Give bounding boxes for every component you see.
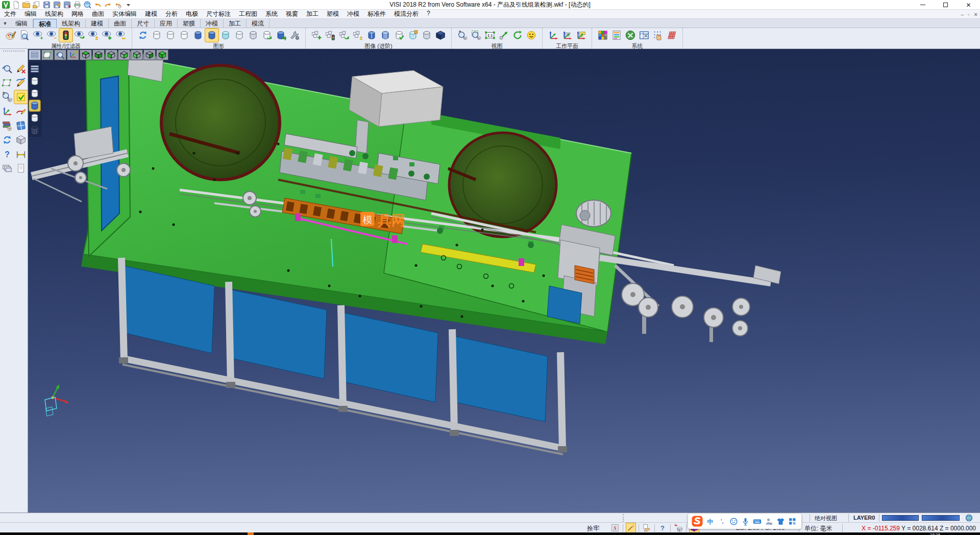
- new-file-icon[interactable]: [12, 1, 20, 9]
- visi-logo[interactable]: [2, 1, 10, 9]
- solids-add-icon[interactable]: [310, 29, 323, 42]
- tab-overflow-caret[interactable]: ▼: [0, 19, 10, 28]
- layer-white-icon[interactable]: [233, 29, 246, 42]
- ribbon-tab-曲面[interactable]: 曲面: [109, 19, 132, 28]
- snap-cube-icon[interactable]: [674, 523, 683, 532]
- edit-curve-icon[interactable]: [14, 76, 28, 89]
- attribute-painter-icon[interactable]: [4, 29, 17, 42]
- pick-hand-icon[interactable]: [642, 523, 651, 532]
- zoom-in-out-icon[interactable]: ±: [456, 29, 469, 42]
- close-button[interactable]: ✕: [957, 0, 980, 10]
- layer-copy-icon[interactable]: [274, 29, 287, 42]
- menu-item-7[interactable]: 建模: [141, 10, 161, 18]
- save-icon[interactable]: [42, 1, 51, 9]
- workplane-align-icon[interactable]: [574, 29, 587, 42]
- toggle-visibility-icon[interactable]: ±: [87, 29, 100, 42]
- ime-voice-icon[interactable]: [741, 517, 750, 526]
- notes-icon[interactable]: [14, 162, 28, 175]
- wire-cylinder-icon[interactable]: [420, 29, 433, 42]
- layer-active-icon[interactable]: [29, 100, 40, 111]
- menu-item-4[interactable]: 网格: [67, 10, 88, 18]
- menu-item-11[interactable]: 工程图: [235, 10, 261, 18]
- mdi-restore-button[interactable]: ▫: [968, 12, 970, 17]
- graphics-tools-icon[interactable]: [288, 29, 301, 42]
- view-iso-icon[interactable]: [156, 50, 168, 60]
- ribbon-tab-塑膜[interactable]: 塑膜: [178, 19, 201, 28]
- print-icon[interactable]: [73, 1, 82, 9]
- menu-item-19[interactable]: ?: [423, 10, 434, 18]
- solids-traffic-icon[interactable]: [324, 29, 337, 42]
- zoom-solid-icon[interactable]: ±: [1, 90, 14, 104]
- ime-toolbox-icon[interactable]: [788, 517, 797, 526]
- verified-cylinder-icon[interactable]: [393, 29, 406, 42]
- toolbar-drag-handle[interactable]: [3, 51, 24, 55]
- grid-settings-icon[interactable]: [665, 29, 678, 42]
- menu-item-15[interactable]: 塑模: [323, 10, 343, 18]
- selection-grid-icon[interactable]: [651, 29, 665, 42]
- menu-item-9[interactable]: 电极: [182, 10, 202, 18]
- ribbon-tab-加工[interactable]: 加工: [224, 19, 247, 28]
- materials-library-icon[interactable]: [1, 119, 14, 132]
- ime-punctuation-icon[interactable]: ’,: [717, 517, 727, 526]
- layer-list-icon[interactable]: [29, 63, 40, 75]
- plane-select-icon[interactable]: [1, 76, 14, 89]
- render-mode-icon[interactable]: [525, 29, 538, 42]
- regen-graphics-icon[interactable]: [136, 29, 150, 42]
- ime-chinese-icon[interactable]: 中: [705, 517, 715, 526]
- system-settings-icon[interactable]: [610, 29, 623, 42]
- layer-cyan-icon[interactable]: [219, 29, 232, 42]
- viewport-3d[interactable]: 模 具网: [28, 49, 980, 513]
- ribbon-tab-模流[interactable]: 模流: [247, 19, 270, 28]
- confirm-checkbox-icon[interactable]: [14, 90, 28, 104]
- layer-filled-icon[interactable]: [191, 29, 205, 42]
- ime-keyboard-icon[interactable]: [752, 517, 762, 526]
- history-icon[interactable]: [114, 1, 122, 9]
- hide-entities-icon[interactable]: −: [45, 29, 59, 42]
- spline-edit-icon[interactable]: [14, 105, 28, 118]
- mdi-close-button[interactable]: ✕: [974, 12, 978, 17]
- restore-button[interactable]: [934, 0, 957, 10]
- ime-emoji-icon[interactable]: [729, 517, 739, 526]
- window-panel-icon[interactable]: [14, 119, 28, 132]
- taskbar-app-indicator[interactable]: [248, 532, 254, 535]
- menu-item-12[interactable]: 系统: [261, 10, 282, 18]
- view-back-icon[interactable]: [143, 50, 156, 60]
- toolbar-options-caret[interactable]: [124, 1, 133, 9]
- view-filter-icon[interactable]: [1, 62, 14, 75]
- layer-wireframe-icon[interactable]: [247, 29, 260, 42]
- workplane-xyz-icon[interactable]: [547, 29, 560, 42]
- open-recent-icon[interactable]: [32, 1, 41, 9]
- color-grid-icon[interactable]: [596, 29, 609, 42]
- layer-c-icon[interactable]: [29, 112, 40, 124]
- view-dynamic-icon[interactable]: [54, 50, 66, 60]
- system-tools-icon[interactable]: [624, 29, 637, 42]
- ime-skin-icon[interactable]: [776, 517, 786, 526]
- ribbon-tab-编辑[interactable]: 编辑: [10, 19, 33, 28]
- layer-wire-icon[interactable]: [29, 125, 40, 136]
- menu-item-16[interactable]: 冲模: [343, 10, 363, 18]
- ribbon-tab-尺寸[interactable]: 尺寸: [132, 19, 155, 28]
- delete-sketch-icon[interactable]: [14, 62, 28, 75]
- layer-color-swatch-1[interactable]: [882, 515, 919, 521]
- solid-view-icon[interactable]: [14, 133, 28, 147]
- open-file-icon[interactable]: [22, 1, 31, 9]
- ribbon-tab-线架构[interactable]: 线架构: [57, 19, 86, 28]
- menu-item-6[interactable]: 实体编辑: [108, 10, 141, 18]
- striped-cylinder-icon[interactable]: [379, 29, 392, 42]
- sogou-logo-icon[interactable]: [691, 515, 703, 527]
- minimize-button[interactable]: [911, 0, 934, 10]
- menu-item-5[interactable]: 曲面: [88, 10, 108, 18]
- solids-toggle-icon[interactable]: ±: [351, 29, 364, 42]
- layer-a-icon[interactable]: [29, 76, 40, 87]
- globe-icon[interactable]: [965, 514, 973, 522]
- ime-account-icon[interactable]: [764, 517, 774, 526]
- view-axis-icon[interactable]: [67, 50, 79, 60]
- show-entities-icon[interactable]: +: [32, 29, 45, 42]
- table-settings-icon[interactable]: [638, 29, 651, 42]
- shaded-cube-icon[interactable]: [434, 29, 447, 42]
- export-icon[interactable]: [63, 1, 71, 9]
- menu-item-13[interactable]: 视窗: [282, 10, 302, 18]
- layer-current-icon[interactable]: [205, 29, 218, 42]
- context-help-icon[interactable]: ?: [658, 523, 667, 532]
- view-plane-icon[interactable]: [41, 50, 54, 60]
